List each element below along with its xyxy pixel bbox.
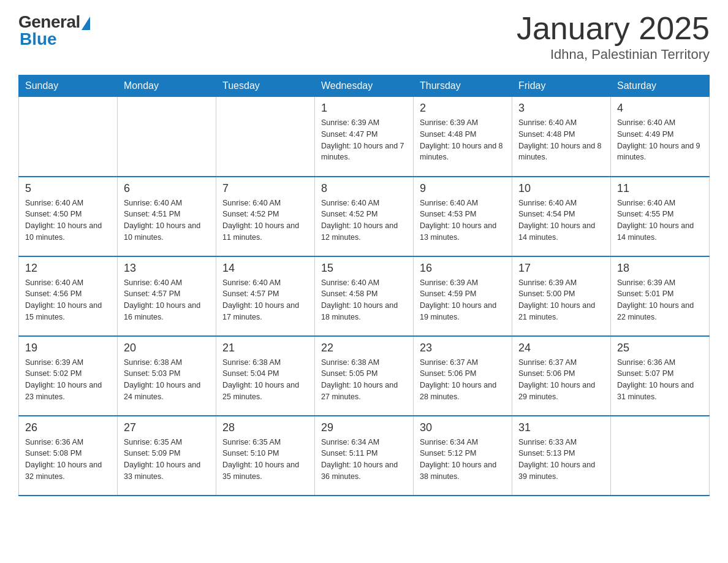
calendar-cell: 25Sunrise: 6:36 AM Sunset: 5:07 PM Dayli… xyxy=(611,336,710,416)
day-info: Sunrise: 6:40 AM Sunset: 4:52 PM Dayligh… xyxy=(321,197,407,243)
week-row-2: 5Sunrise: 6:40 AM Sunset: 4:50 PM Daylig… xyxy=(19,177,710,256)
day-info: Sunrise: 6:40 AM Sunset: 4:57 PM Dayligh… xyxy=(222,277,308,323)
header-saturday: Saturday xyxy=(611,75,710,97)
calendar-table: SundayMondayTuesdayWednesdayThursdayFrid… xyxy=(18,75,710,496)
day-info: Sunrise: 6:40 AM Sunset: 4:56 PM Dayligh… xyxy=(25,277,111,323)
logo-blue-text: Blue xyxy=(20,29,57,49)
day-number: 19 xyxy=(25,342,111,354)
calendar-cell: 3Sunrise: 6:40 AM Sunset: 4:48 PM Daylig… xyxy=(512,97,611,177)
day-number: 3 xyxy=(518,102,604,115)
calendar-cell: 2Sunrise: 6:39 AM Sunset: 4:48 PM Daylig… xyxy=(414,97,512,177)
day-number: 29 xyxy=(321,421,407,434)
calendar-cell xyxy=(118,97,216,177)
day-number: 7 xyxy=(222,182,308,195)
calendar-cell: 5Sunrise: 6:40 AM Sunset: 4:50 PM Daylig… xyxy=(19,177,118,256)
day-number: 27 xyxy=(124,421,210,434)
day-number: 10 xyxy=(518,182,604,195)
day-number: 12 xyxy=(25,262,111,275)
day-info: Sunrise: 6:40 AM Sunset: 4:48 PM Dayligh… xyxy=(518,117,604,163)
day-number: 30 xyxy=(420,421,506,434)
day-info: Sunrise: 6:40 AM Sunset: 4:55 PM Dayligh… xyxy=(617,197,703,243)
calendar-cell: 4Sunrise: 6:40 AM Sunset: 4:49 PM Daylig… xyxy=(611,97,710,177)
day-number: 8 xyxy=(321,182,407,195)
header-friday: Friday xyxy=(512,75,611,97)
calendar-cell: 6Sunrise: 6:40 AM Sunset: 4:51 PM Daylig… xyxy=(118,177,216,256)
day-number: 6 xyxy=(124,182,210,195)
calendar-cell: 18Sunrise: 6:39 AM Sunset: 5:01 PM Dayli… xyxy=(611,256,710,336)
calendar-cell xyxy=(611,416,710,496)
day-info: Sunrise: 6:40 AM Sunset: 4:54 PM Dayligh… xyxy=(518,197,604,243)
page-header: General Blue January 2025 Idhna, Palesti… xyxy=(18,12,710,63)
day-number: 14 xyxy=(222,262,308,275)
calendar-cell xyxy=(216,97,315,177)
calendar-cell: 31Sunrise: 6:33 AM Sunset: 5:13 PM Dayli… xyxy=(512,416,611,496)
header-thursday: Thursday xyxy=(414,75,512,97)
calendar-cell: 9Sunrise: 6:40 AM Sunset: 4:53 PM Daylig… xyxy=(414,177,512,256)
calendar-cell: 22Sunrise: 6:38 AM Sunset: 5:05 PM Dayli… xyxy=(315,336,414,416)
day-info: Sunrise: 6:40 AM Sunset: 4:52 PM Dayligh… xyxy=(222,197,308,243)
day-info: Sunrise: 6:39 AM Sunset: 4:48 PM Dayligh… xyxy=(420,117,506,163)
calendar-cell: 16Sunrise: 6:39 AM Sunset: 4:59 PM Dayli… xyxy=(414,256,512,336)
calendar-cell: 10Sunrise: 6:40 AM Sunset: 4:54 PM Dayli… xyxy=(512,177,611,256)
day-number: 15 xyxy=(321,262,407,275)
day-number: 24 xyxy=(518,342,604,354)
day-info: Sunrise: 6:39 AM Sunset: 5:00 PM Dayligh… xyxy=(518,277,604,323)
day-number: 23 xyxy=(420,342,506,354)
day-number: 21 xyxy=(222,342,308,354)
day-number: 1 xyxy=(321,102,407,115)
calendar-cell: 8Sunrise: 6:40 AM Sunset: 4:52 PM Daylig… xyxy=(315,177,414,256)
day-number: 5 xyxy=(25,182,111,195)
week-row-4: 19Sunrise: 6:39 AM Sunset: 5:02 PM Dayli… xyxy=(19,336,710,416)
day-number: 9 xyxy=(420,182,506,195)
logo: General Blue xyxy=(18,12,90,49)
calendar-header-row: SundayMondayTuesdayWednesdayThursdayFrid… xyxy=(19,75,710,97)
header-wednesday: Wednesday xyxy=(315,75,414,97)
day-info: Sunrise: 6:34 AM Sunset: 5:11 PM Dayligh… xyxy=(321,437,407,483)
calendar-cell: 19Sunrise: 6:39 AM Sunset: 5:02 PM Dayli… xyxy=(19,336,118,416)
day-info: Sunrise: 6:33 AM Sunset: 5:13 PM Dayligh… xyxy=(518,437,604,483)
calendar-cell: 21Sunrise: 6:38 AM Sunset: 5:04 PM Dayli… xyxy=(216,336,315,416)
calendar-cell: 11Sunrise: 6:40 AM Sunset: 4:55 PM Dayli… xyxy=(611,177,710,256)
day-number: 16 xyxy=(420,262,506,275)
day-info: Sunrise: 6:38 AM Sunset: 5:04 PM Dayligh… xyxy=(222,357,308,403)
calendar-cell xyxy=(19,97,118,177)
day-number: 18 xyxy=(617,262,703,275)
day-info: Sunrise: 6:40 AM Sunset: 4:57 PM Dayligh… xyxy=(124,277,210,323)
calendar-cell: 27Sunrise: 6:35 AM Sunset: 5:09 PM Dayli… xyxy=(118,416,216,496)
day-number: 11 xyxy=(617,182,703,195)
day-number: 17 xyxy=(518,262,604,275)
week-row-3: 12Sunrise: 6:40 AM Sunset: 4:56 PM Dayli… xyxy=(19,256,710,336)
calendar-cell: 7Sunrise: 6:40 AM Sunset: 4:52 PM Daylig… xyxy=(216,177,315,256)
day-info: Sunrise: 6:40 AM Sunset: 4:49 PM Dayligh… xyxy=(617,117,703,163)
day-info: Sunrise: 6:36 AM Sunset: 5:08 PM Dayligh… xyxy=(25,437,111,483)
calendar-cell: 23Sunrise: 6:37 AM Sunset: 5:06 PM Dayli… xyxy=(414,336,512,416)
header-tuesday: Tuesday xyxy=(216,75,315,97)
day-info: Sunrise: 6:39 AM Sunset: 4:47 PM Dayligh… xyxy=(321,117,407,163)
calendar-cell: 15Sunrise: 6:40 AM Sunset: 4:58 PM Dayli… xyxy=(315,256,414,336)
day-info: Sunrise: 6:37 AM Sunset: 5:06 PM Dayligh… xyxy=(518,357,604,403)
day-number: 22 xyxy=(321,342,407,354)
day-info: Sunrise: 6:39 AM Sunset: 5:01 PM Dayligh… xyxy=(617,277,703,323)
day-number: 28 xyxy=(222,421,308,434)
day-info: Sunrise: 6:37 AM Sunset: 5:06 PM Dayligh… xyxy=(420,357,506,403)
day-info: Sunrise: 6:40 AM Sunset: 4:58 PM Dayligh… xyxy=(321,277,407,323)
week-row-1: 1Sunrise: 6:39 AM Sunset: 4:47 PM Daylig… xyxy=(19,97,710,177)
calendar-cell: 13Sunrise: 6:40 AM Sunset: 4:57 PM Dayli… xyxy=(118,256,216,336)
day-info: Sunrise: 6:40 AM Sunset: 4:53 PM Dayligh… xyxy=(420,197,506,243)
day-info: Sunrise: 6:35 AM Sunset: 5:10 PM Dayligh… xyxy=(222,437,308,483)
calendar-cell: 12Sunrise: 6:40 AM Sunset: 4:56 PM Dayli… xyxy=(19,256,118,336)
month-title: January 2025 xyxy=(517,12,710,44)
header-monday: Monday xyxy=(118,75,216,97)
day-number: 2 xyxy=(420,102,506,115)
day-info: Sunrise: 6:36 AM Sunset: 5:07 PM Dayligh… xyxy=(617,357,703,403)
calendar-cell: 29Sunrise: 6:34 AM Sunset: 5:11 PM Dayli… xyxy=(315,416,414,496)
header-sunday: Sunday xyxy=(19,75,118,97)
logo-triangle-icon xyxy=(82,17,90,30)
day-number: 4 xyxy=(617,102,703,115)
day-info: Sunrise: 6:35 AM Sunset: 5:09 PM Dayligh… xyxy=(124,437,210,483)
calendar-cell: 30Sunrise: 6:34 AM Sunset: 5:12 PM Dayli… xyxy=(414,416,512,496)
day-info: Sunrise: 6:38 AM Sunset: 5:03 PM Dayligh… xyxy=(124,357,210,403)
week-row-5: 26Sunrise: 6:36 AM Sunset: 5:08 PM Dayli… xyxy=(19,416,710,496)
calendar-cell: 20Sunrise: 6:38 AM Sunset: 5:03 PM Dayli… xyxy=(118,336,216,416)
day-number: 13 xyxy=(124,262,210,275)
